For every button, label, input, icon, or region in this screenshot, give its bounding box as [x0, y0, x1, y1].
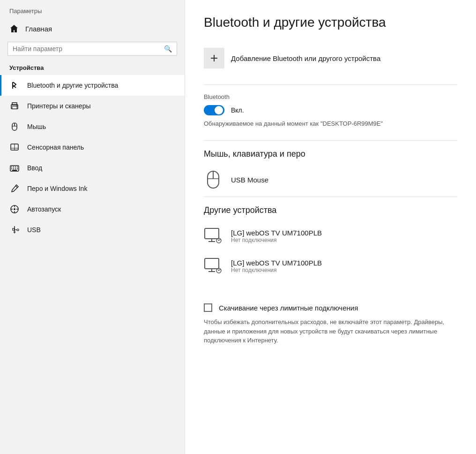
toggle-label: Вкл.: [231, 106, 244, 114]
svg-rect-11: [11, 166, 12, 167]
bluetooth-toggle[interactable]: [204, 105, 224, 115]
toggle-knob: [215, 106, 223, 114]
sidebar-item-pen[interactable]: Перо и Windows Ink: [0, 178, 185, 199]
svg-rect-34: [205, 258, 219, 269]
svg-rect-13: [15, 166, 16, 167]
divider-1: [204, 84, 457, 85]
metered-label: Скачивание через лимитные подключения: [219, 304, 358, 312]
svg-rect-14: [17, 166, 18, 167]
svg-line-20: [15, 186, 17, 188]
other-device-name-1: [LG] webOS TV UM7100PLB: [231, 229, 322, 237]
svg-rect-16: [13, 168, 14, 169]
sidebar-item-touchpad[interactable]: Сенсорная панель: [0, 137, 185, 158]
sidebar-item-usb[interactable]: USB: [0, 219, 185, 240]
metered-checkbox[interactable]: [204, 303, 212, 312]
metered-connection-section: Скачивание через лимитные подключения Чт…: [204, 294, 457, 345]
search-input[interactable]: [13, 45, 160, 53]
mouse-keyboard-section: Мышь, клавиатура и перо USB Mouse: [204, 149, 457, 193]
sidebar-item-label-touchpad: Сенсорная панель: [27, 144, 84, 151]
divider-3: [204, 197, 457, 197]
sidebar-item-autorun[interactable]: Автозапуск: [0, 199, 185, 219]
bluetooth-section: Bluetooth Вкл. Обнаруживаемое на данный …: [204, 93, 457, 127]
mouse-keyboard-title: Мышь, клавиатура и перо: [204, 149, 457, 159]
sidebar-item-label-pen: Перо и Windows Ink: [27, 185, 87, 192]
metered-desc: Чтобы избежать дополнительных расходов, …: [204, 318, 457, 345]
add-device-button[interactable]: Добавление Bluetooth или другого устройс…: [204, 43, 457, 73]
other-device-item-2: [LG] webOS TV UM7100PLB Нет подключения: [204, 253, 457, 279]
tv-icon-2: [204, 257, 223, 275]
svg-rect-12: [13, 166, 14, 167]
svg-point-4: [16, 106, 17, 106]
svg-point-22: [14, 208, 15, 210]
svg-rect-0: [12, 82, 13, 89]
add-icon: [204, 48, 224, 68]
keyboard-icon: [9, 163, 20, 173]
sidebar-item-label-input: Ввод: [27, 164, 42, 172]
home-label: Главная: [25, 25, 52, 33]
sidebar-home-button[interactable]: Главная: [0, 18, 185, 39]
svg-rect-18: [17, 168, 18, 169]
svg-rect-2: [12, 106, 17, 109]
metered-row: Скачивание через лимитные подключения: [204, 303, 457, 312]
tv-icon-1: [204, 227, 223, 245]
sidebar-item-printers[interactable]: Принтеры и сканеры: [0, 96, 185, 116]
sidebar-item-label-autorun: Автозапуск: [27, 205, 61, 213]
sidebar-item-label-usb: USB: [27, 226, 41, 234]
other-device-item-1: [LG] webOS TV UM7100PLB Нет подключения: [204, 223, 457, 249]
sidebar-item-label-printers: Принтеры и сканеры: [27, 102, 90, 110]
add-device-label: Добавление Bluetooth или другого устройс…: [231, 54, 380, 62]
svg-rect-17: [15, 168, 16, 169]
svg-rect-3: [12, 103, 17, 105]
usb-mouse-icon: [204, 170, 223, 189]
printer-icon: [9, 101, 20, 111]
search-box[interactable]: 🔍: [7, 42, 177, 56]
bluetooth-section-label: Bluetooth: [204, 93, 457, 100]
mouse-icon: [9, 121, 20, 132]
other-device-name-2: [LG] webOS TV UM7100PLB: [231, 259, 322, 267]
other-device-status-1: Нет подключения: [231, 237, 322, 243]
autorun-icon: [9, 204, 20, 214]
other-device-info-2: [LG] webOS TV UM7100PLB Нет подключения: [231, 259, 322, 273]
other-device-info-1: [LG] webOS TV UM7100PLB Нет подключения: [231, 229, 322, 243]
sidebar-item-mouse[interactable]: Мышь: [0, 116, 185, 137]
sidebar-item-input[interactable]: Ввод: [0, 158, 185, 178]
main-content: Bluetooth и другие устройства Добавление…: [185, 0, 476, 454]
usb-mouse-name: USB Mouse: [231, 176, 268, 184]
sidebar-section-title: Устройства: [0, 62, 185, 75]
sidebar-item-label-bluetooth: Bluetooth и другие устройства: [27, 82, 118, 89]
divider-2: [204, 140, 457, 141]
pen-icon: [9, 183, 20, 194]
sidebar-item-label-mouse: Мышь: [27, 123, 46, 130]
other-device-status-2: Нет подключения: [231, 267, 322, 273]
usb-mouse-info: USB Mouse: [231, 176, 268, 184]
svg-rect-30: [205, 228, 219, 239]
svg-point-25: [17, 229, 19, 231]
other-devices-section: Другие устройства [LG] webOS TV UM7100PL…: [204, 205, 457, 279]
touchpad-icon: [9, 142, 20, 152]
device-item-usb-mouse: USB Mouse: [204, 166, 457, 193]
usb-icon: [9, 225, 20, 235]
bluetooth-icon: [9, 80, 20, 91]
sidebar: Параметры Главная 🔍 Устройства Bluetooth…: [0, 0, 185, 454]
app-title: Параметры: [0, 0, 185, 18]
svg-rect-15: [11, 168, 12, 169]
bluetooth-toggle-row: Вкл.: [204, 105, 457, 115]
other-devices-title: Другие устройства: [204, 205, 457, 215]
home-icon: [9, 24, 19, 33]
sidebar-item-bluetooth[interactable]: Bluetooth и другие устройства: [0, 75, 185, 96]
svg-rect-19: [12, 170, 17, 171]
search-icon: 🔍: [164, 45, 172, 53]
page-title: Bluetooth и другие устройства: [204, 15, 457, 30]
discoverable-text: Обнаруживаемое на данный момент как "DES…: [204, 120, 457, 127]
